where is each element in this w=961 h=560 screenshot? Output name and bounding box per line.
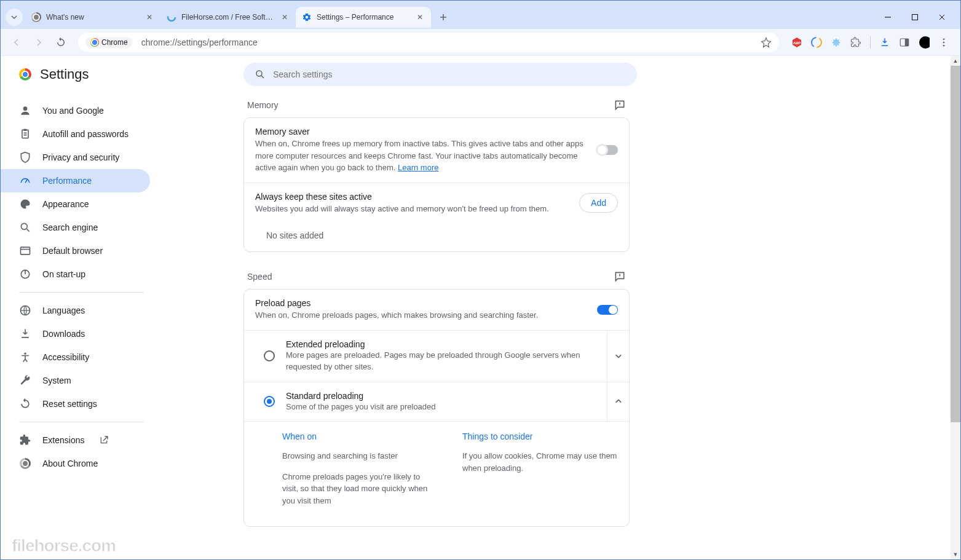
add-button[interactable]: Add: [579, 193, 618, 213]
speedometer-icon: [19, 175, 31, 187]
svg-point-16: [21, 223, 27, 229]
sidebar-item-label: System: [42, 376, 71, 385]
svg-point-12: [256, 71, 262, 76]
tab-filehorse[interactable]: FileHorse.com / Free Software ✕: [160, 7, 296, 28]
svg-point-20: [24, 353, 26, 355]
maximize-button[interactable]: [901, 9, 928, 26]
puzzle-icon: [19, 434, 31, 446]
sidebar-item-label: Performance: [42, 176, 92, 186]
address-bar[interactable]: Chrome chrome://settings/performance: [78, 33, 779, 52]
scrollbar[interactable]: ▲ ▼: [951, 56, 960, 559]
scrollbar-thumb[interactable]: [951, 66, 960, 422]
sidebar-item-reset[interactable]: Reset settings: [1, 392, 150, 416]
sidebar-item-appearance[interactable]: Appearance: [1, 192, 150, 216]
radio-extended-preloading[interactable]: Extended preloading More pages are prelo…: [244, 330, 629, 382]
svg-point-8: [919, 36, 930, 49]
ext-preload-title: Extended preloading: [286, 339, 596, 349]
sidebar-item-languages[interactable]: Languages: [1, 299, 150, 322]
back-button[interactable]: [8, 34, 25, 51]
sidebar-item-performance[interactable]: Performance: [1, 169, 150, 192]
browser-menu-icon[interactable]: [938, 37, 949, 48]
speed-card: Preload pages When on, Chrome preloads p…: [243, 289, 630, 527]
extensions-puzzle-icon[interactable]: [850, 37, 861, 48]
sidebar-item-default-browser[interactable]: Default browser: [1, 239, 150, 262]
close-icon[interactable]: ✕: [144, 12, 154, 22]
preload-toggle[interactable]: [597, 305, 618, 315]
toolbar: Chrome chrome://settings/performance ABP: [1, 29, 960, 56]
bookmark-star-icon[interactable]: [761, 37, 772, 48]
globe-icon: [19, 304, 31, 317]
no-sites-text: No sites added: [244, 223, 629, 251]
sidebar-item-label: On start-up: [42, 269, 85, 279]
sidebar-item-label: Extensions: [42, 435, 84, 445]
sidebar-item-system[interactable]: System: [1, 369, 150, 392]
side-panel-icon[interactable]: [899, 37, 910, 48]
section-heading-memory: Memory: [247, 100, 279, 110]
shield-icon: [19, 151, 31, 164]
accessibility-icon: [19, 351, 31, 363]
tab-search-button[interactable]: [6, 9, 23, 26]
close-icon[interactable]: ✕: [415, 12, 425, 22]
sidebar-item-label: Appearance: [42, 199, 89, 209]
divider: [870, 36, 871, 49]
sidebar-item-accessibility[interactable]: Accessibility: [1, 345, 150, 369]
sidebar-item-label: Reset settings: [42, 399, 97, 409]
radio-standard-preloading[interactable]: Standard preloading Some of the pages yo…: [244, 382, 629, 422]
minimize-button[interactable]: [874, 9, 901, 26]
svg-rect-14: [22, 130, 28, 138]
url-text: chrome://settings/performance: [141, 37, 258, 47]
search-settings[interactable]: [243, 63, 637, 86]
sidebar-item-label: Accessibility: [42, 352, 89, 362]
when-on-2: Chrome preloads pages you're likely to v…: [282, 471, 438, 507]
sidebar-item-about-chrome[interactable]: About Chrome: [1, 452, 150, 475]
sidebar-item-label: Privacy and security: [42, 152, 119, 162]
extension-icon[interactable]: [831, 37, 842, 48]
reload-button[interactable]: [52, 34, 69, 51]
close-window-button[interactable]: [928, 9, 955, 26]
sidebar-item-autofill[interactable]: Autofill and passwords: [1, 122, 150, 146]
learn-more-link[interactable]: Learn more: [398, 163, 438, 172]
forward-button[interactable]: [30, 34, 47, 51]
std-preload-details: When on Browsing and searching is faster…: [244, 421, 629, 526]
svg-point-9: [943, 38, 945, 40]
new-tab-button[interactable]: [435, 9, 452, 26]
tab-title: What's new: [46, 13, 140, 22]
sidebar-item-downloads[interactable]: Downloads: [1, 322, 150, 345]
collapse-button[interactable]: [607, 382, 629, 422]
scroll-down-arrow[interactable]: ▼: [951, 550, 960, 559]
svg-rect-1: [912, 15, 918, 20]
chrome-icon: [90, 38, 99, 47]
sidebar-item-privacy[interactable]: Privacy and security: [1, 146, 150, 169]
sidebar-item-you-and-google[interactable]: You and Google: [1, 99, 150, 122]
always-active-title: Always keep these sites active: [255, 192, 568, 202]
settings-header: Settings: [1, 66, 89, 82]
scroll-up-arrow[interactable]: ▲: [951, 56, 960, 66]
memory-saver-desc: When on, Chrome frees up memory from ina…: [255, 138, 586, 174]
tab-whats-new[interactable]: What's new ✕: [25, 7, 160, 28]
radio-icon: [264, 396, 275, 407]
page-title: Settings: [40, 66, 89, 82]
feedback-icon[interactable]: [614, 270, 626, 283]
close-icon[interactable]: ✕: [280, 12, 290, 22]
feedback-icon[interactable]: [614, 99, 626, 111]
sidebar-item-search-engine[interactable]: Search engine: [1, 216, 150, 239]
things-to-consider-heading: Things to consider: [462, 432, 618, 441]
ext-preload-desc: More pages are preloaded. Pages may be p…: [286, 349, 596, 373]
clipboard-icon: [19, 128, 31, 140]
sidebar-item-label: Search engine: [42, 223, 98, 232]
downloads-icon[interactable]: [879, 37, 890, 48]
memory-saver-toggle[interactable]: [597, 145, 618, 155]
extension-icon[interactable]: [811, 37, 822, 48]
expand-button[interactable]: [607, 331, 629, 382]
profile-avatar[interactable]: [919, 37, 930, 48]
abp-extension-icon[interactable]: ABP: [791, 37, 802, 48]
search-input[interactable]: [273, 69, 626, 79]
sidebar-item-on-startup[interactable]: On start-up: [1, 262, 150, 286]
watermark: filehorse.com: [12, 536, 116, 556]
always-active-desc: Websites you add will always stay active…: [255, 203, 568, 215]
reset-icon: [19, 398, 31, 410]
window-icon: [19, 245, 31, 257]
site-chip: Chrome: [85, 37, 133, 48]
tab-settings[interactable]: Settings – Performance ✕: [296, 7, 431, 28]
sidebar-item-extensions[interactable]: Extensions: [1, 428, 150, 452]
